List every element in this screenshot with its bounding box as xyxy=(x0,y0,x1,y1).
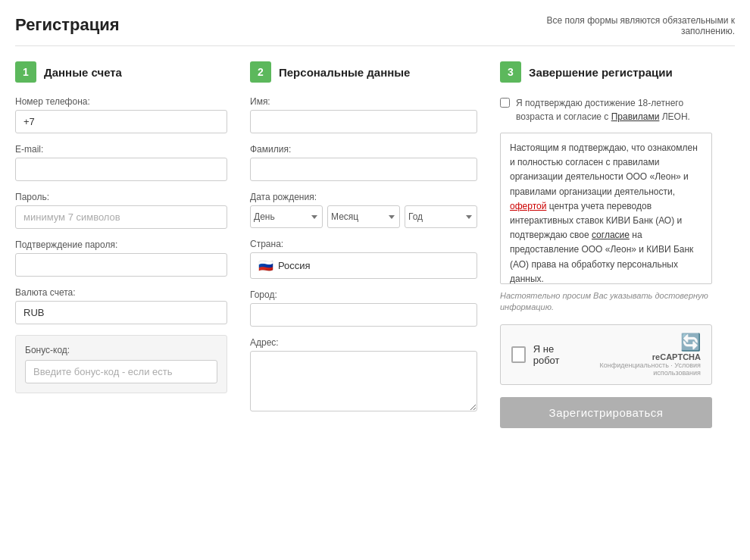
step3-column: 3 Завершение регистрации Я подтверждаю д… xyxy=(500,61,712,428)
password-label: Пароль: xyxy=(15,192,227,202)
step1-header: 1 Данные счета xyxy=(15,61,227,83)
last-name-label: Фамилия: xyxy=(250,144,477,155)
dob-label: Дата рождения: xyxy=(250,192,477,202)
email-group: E-mail: xyxy=(15,144,227,181)
recaptcha-left: Я не робот xyxy=(511,343,573,366)
step2-title: Персональные данные xyxy=(279,66,410,79)
flag-icon: 🇷🇺 xyxy=(258,258,273,273)
dob-year-select[interactable]: Год xyxy=(405,205,477,228)
phone-input[interactable] xyxy=(15,110,227,133)
address-label: Адрес: xyxy=(250,337,477,348)
page-wrapper: Регистрация Все поля формы являются обяз… xyxy=(0,0,750,443)
currency-label: Валюта счета: xyxy=(15,287,227,298)
country-group: Страна: 🇷🇺 Россия xyxy=(250,239,477,279)
password-group: Пароль: xyxy=(15,192,227,229)
recaptcha-logo: 🔄 reCAPTCHA Конфиденциальность · Условия… xyxy=(573,333,701,377)
step2-header: 2 Персональные данные xyxy=(250,61,477,83)
step3-header: 3 Завершение регистрации xyxy=(500,61,712,83)
bonus-input[interactable] xyxy=(25,360,217,383)
step3-badge: 3 xyxy=(500,61,521,83)
consent-row: Я подтверждаю достижение 18-летнего возр… xyxy=(500,96,712,124)
page-header: Регистрация Все поля формы являются обяз… xyxy=(15,15,735,46)
country-value: Россия xyxy=(278,260,311,271)
page-title: Регистрация xyxy=(15,15,120,35)
step1-badge: 1 xyxy=(15,61,36,83)
city-group: Город: xyxy=(250,289,477,327)
bonus-box: Бонус-код: xyxy=(15,335,227,393)
step2-badge: 2 xyxy=(250,61,271,83)
email-input[interactable] xyxy=(15,158,227,181)
rules-box[interactable]: Настоящим я подтверждаю, что ознакомлен … xyxy=(500,133,712,284)
email-label: E-mail: xyxy=(15,144,227,155)
register-button[interactable]: Зарегистрироваться xyxy=(500,397,712,428)
consent-checkbox[interactable] xyxy=(500,98,510,108)
recaptcha-brand: reCAPTCHA xyxy=(573,352,701,361)
last-name-group: Фамилия: xyxy=(250,144,477,181)
recaptcha-icon: 🔄 xyxy=(573,333,701,352)
currency-group: Валюта счета: xyxy=(15,287,227,324)
currency-input[interactable] xyxy=(15,301,227,324)
confirm-group: Подтверждение пароля: xyxy=(15,239,227,277)
step1-column: 1 Данные счета Номер телефона: E-mail: П… xyxy=(15,61,227,393)
country-label: Страна: xyxy=(250,239,477,249)
step3-title: Завершение регистрации xyxy=(529,66,673,79)
dob-month-select[interactable]: Месяц xyxy=(327,205,400,228)
confirm-input[interactable] xyxy=(15,253,227,277)
step1-title: Данные счета xyxy=(44,66,122,79)
city-input[interactable] xyxy=(250,303,477,327)
address-group: Адрес: xyxy=(250,337,477,414)
address-textarea[interactable] xyxy=(250,351,477,411)
form-columns: 1 Данные счета Номер телефона: E-mail: П… xyxy=(15,61,735,428)
last-name-input[interactable] xyxy=(250,158,477,181)
consent-text: Я подтверждаю достижение 18-летнего возр… xyxy=(516,96,712,124)
recaptcha-box[interactable]: Я не робот 🔄 reCAPTCHA Конфиденциальност… xyxy=(500,324,712,385)
country-field[interactable]: 🇷🇺 Россия xyxy=(250,252,477,279)
bonus-label: Бонус-код: xyxy=(25,345,217,355)
first-name-input[interactable] xyxy=(250,110,477,133)
dob-row: День Месяц Год xyxy=(250,205,477,228)
confirm-label: Подтверждение пароля: xyxy=(15,239,227,250)
recaptcha-label: Я не робот xyxy=(533,343,574,366)
first-name-label: Имя: xyxy=(250,96,477,107)
city-label: Город: xyxy=(250,289,477,300)
dob-group: Дата рождения: День Месяц Год xyxy=(250,192,477,228)
rules-para1: Настоящим я подтверждаю, что ознакомлен … xyxy=(510,141,702,284)
recaptcha-checkbox[interactable] xyxy=(511,346,526,363)
note-italic: Настоятельно просим Вас указывать достов… xyxy=(500,290,712,314)
first-name-group: Имя: xyxy=(250,96,477,133)
consent-span: согласие xyxy=(592,230,630,240)
required-note: Все поля формы являются обязательными к … xyxy=(508,15,735,36)
step2-column: 2 Персональные данные Имя: Фамилия: Дата… xyxy=(250,61,477,424)
oferta-link[interactable]: офертой xyxy=(510,201,546,211)
dob-day-select[interactable]: День xyxy=(250,205,323,228)
password-input[interactable] xyxy=(15,205,227,229)
phone-label: Номер телефона: xyxy=(15,96,227,107)
phone-group: Номер телефона: xyxy=(15,96,227,133)
consent-text-suffix: ЛЕОН. xyxy=(659,111,690,122)
rules-link[interactable]: Правилами xyxy=(611,111,660,122)
recaptcha-sub: Конфиденциальность · Условия использован… xyxy=(573,361,701,377)
